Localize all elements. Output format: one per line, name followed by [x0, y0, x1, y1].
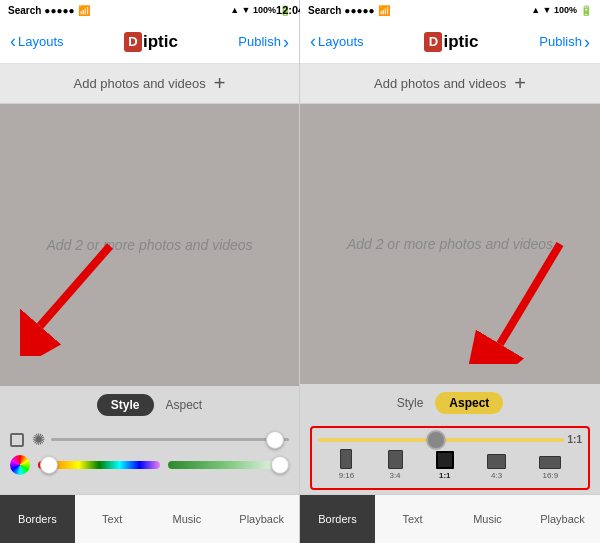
- right-aspect-916-label: 9:16: [339, 471, 355, 480]
- right-aspect-169[interactable]: 16:9: [539, 456, 561, 480]
- left-border-thickness-icon: [10, 433, 24, 447]
- left-saturation-slider[interactable]: [168, 461, 290, 469]
- right-status-right: ▲ ▼ 100% 🔋: [531, 5, 592, 16]
- left-brightness-track[interactable]: [51, 438, 289, 441]
- right-canvas-placeholder: Add 2 or more photos and videos: [347, 236, 553, 252]
- right-aspect-track[interactable]: [318, 438, 564, 442]
- left-color-row: [10, 455, 289, 475]
- left-back-label: Layouts: [18, 34, 64, 49]
- right-style-tab[interactable]: Style: [397, 396, 424, 410]
- left-color-wheel-icon[interactable]: [10, 455, 30, 475]
- svg-line-1: [40, 246, 110, 326]
- left-signal-icons: ▲ ▼ 100%: [230, 5, 276, 15]
- right-aspect-markers: 9:16 3:4 1:1 4:3: [314, 445, 586, 482]
- right-aspect-43[interactable]: 4:3: [487, 454, 506, 480]
- left-diptic-d-logo: D: [124, 32, 142, 52]
- right-controls-area: 1:1 9:16 3:4 1:1: [300, 422, 600, 494]
- left-status-bar: Search ●●●●● 📶 12:04 AM ▲ ▼ 100% 🔋: [0, 0, 299, 20]
- right-publish-arrow-icon: ›: [584, 33, 590, 51]
- right-add-photos-text: Add photos and videos: [374, 76, 506, 91]
- right-aspect-169-label: 16:9: [543, 471, 559, 480]
- right-aspect-11[interactable]: 1:1: [436, 451, 454, 480]
- left-tab-playback[interactable]: Playback: [224, 495, 299, 543]
- left-red-arrow: [20, 236, 140, 356]
- right-tab-borders[interactable]: Borders: [300, 495, 375, 543]
- right-aspect-916-icon: [340, 449, 352, 469]
- left-brightness-row: ✺: [10, 430, 289, 449]
- left-style-aspect-bar: Style Aspect: [0, 386, 299, 424]
- right-signal-icons: ▲ ▼ 100%: [531, 5, 577, 15]
- left-color-thumb[interactable]: [40, 456, 58, 474]
- left-add-photos-text: Add photos and videos: [74, 76, 206, 91]
- right-back-label: Layouts: [318, 34, 364, 49]
- left-brightness-thumb[interactable]: [266, 431, 284, 449]
- left-sun-icon: ✺: [32, 430, 45, 449]
- left-phone-panel: Search ●●●●● 📶 12:04 AM ▲ ▼ 100% 🔋 ‹ Lay…: [0, 0, 300, 543]
- left-nav-bar: ‹ Layouts D iptic Publish ›: [0, 20, 299, 64]
- right-signal: ●●●●●: [344, 5, 374, 16]
- left-tab-borders[interactable]: Borders: [0, 495, 75, 543]
- right-wifi: 📶: [378, 5, 390, 16]
- left-back-button[interactable]: ‹ Layouts: [10, 33, 64, 50]
- right-canvas-area: Add 2 or more photos and videos: [300, 104, 600, 384]
- left-canvas-placeholder: Add 2 or more photos and videos: [46, 237, 252, 253]
- left-brightness-slider-container: ✺: [32, 430, 289, 449]
- right-aspect-916[interactable]: 9:16: [339, 449, 355, 480]
- svg-line-3: [500, 244, 560, 344]
- right-nav-title: D iptic: [424, 32, 478, 52]
- right-phone-panel: Search ●●●●● 📶 12:04 AM ▲ ▼ 100% 🔋 ‹ Lay…: [300, 0, 600, 543]
- left-add-photos-plus-icon: +: [214, 72, 226, 95]
- left-add-photos-bar[interactable]: Add photos and videos +: [0, 64, 299, 104]
- right-status-bar: Search ●●●●● 📶 12:04 AM ▲ ▼ 100% 🔋: [300, 0, 600, 20]
- right-diptic-name: iptic: [443, 32, 478, 52]
- left-tab-text[interactable]: Text: [75, 495, 150, 543]
- right-aspect-43-label: 4:3: [491, 471, 502, 480]
- left-canvas-area: Add 2 or more photos and videos: [0, 104, 299, 386]
- left-tab-music[interactable]: Music: [150, 495, 225, 543]
- right-aspect-11-label: 1:1: [439, 471, 451, 480]
- right-tab-music[interactable]: Music: [450, 495, 525, 543]
- right-aspect-11-icon: [436, 451, 454, 469]
- right-back-button[interactable]: ‹ Layouts: [310, 33, 364, 50]
- left-carrier: Search: [8, 5, 41, 16]
- right-aspect-34-icon: [388, 450, 403, 469]
- right-publish-label: Publish: [539, 34, 582, 49]
- right-diptic-d-logo: D: [424, 32, 442, 52]
- right-back-arrow-icon: ‹: [310, 32, 316, 50]
- right-aspect-34[interactable]: 3:4: [388, 450, 403, 480]
- right-add-photos-bar[interactable]: Add photos and videos +: [300, 64, 600, 104]
- right-add-photos-plus-icon: +: [514, 72, 526, 95]
- right-aspect-169-icon: [539, 456, 561, 469]
- right-carrier: Search: [308, 5, 341, 16]
- right-style-aspect-bar: Style Aspect: [300, 384, 600, 422]
- right-aspect-ratio-value: 1:1: [568, 434, 582, 445]
- right-battery-icon: 🔋: [580, 5, 592, 16]
- right-aspect-highlight-box: 1:1 9:16 3:4 1:1: [310, 426, 590, 490]
- left-style-tab[interactable]: Style: [97, 394, 154, 416]
- right-status-left: Search ●●●●● 📶: [308, 5, 390, 16]
- left-signal: ●●●●●: [44, 5, 74, 16]
- left-publish-arrow-icon: ›: [283, 33, 289, 51]
- right-tab-playback[interactable]: Playback: [525, 495, 600, 543]
- right-red-arrow: [450, 234, 590, 364]
- left-nav-title: D iptic: [124, 32, 178, 52]
- left-publish-button[interactable]: Publish ›: [238, 33, 289, 51]
- left-publish-label: Publish: [238, 34, 281, 49]
- right-tab-text[interactable]: Text: [375, 495, 450, 543]
- right-publish-button[interactable]: Publish ›: [539, 33, 590, 51]
- left-color-slider[interactable]: [38, 461, 160, 469]
- left-diptic-name: iptic: [143, 32, 178, 52]
- left-saturation-thumb[interactable]: [271, 456, 289, 474]
- left-bottom-tabs: Borders Text Music Playback: [0, 494, 299, 543]
- right-aspect-slider-row: 1:1: [314, 432, 586, 445]
- right-aspect-thumb[interactable]: [426, 430, 446, 450]
- right-aspect-43-icon: [487, 454, 506, 469]
- right-bottom-tabs: Borders Text Music Playback: [300, 494, 600, 543]
- left-controls-area: ✺: [0, 424, 299, 494]
- right-aspect-34-label: 3:4: [389, 471, 400, 480]
- left-status-left: Search ●●●●● 📶: [8, 5, 90, 16]
- left-wifi: 📶: [78, 5, 90, 16]
- right-aspect-tab[interactable]: Aspect: [435, 392, 503, 414]
- left-aspect-tab[interactable]: Aspect: [166, 398, 203, 412]
- right-nav-bar: ‹ Layouts D iptic Publish ›: [300, 20, 600, 64]
